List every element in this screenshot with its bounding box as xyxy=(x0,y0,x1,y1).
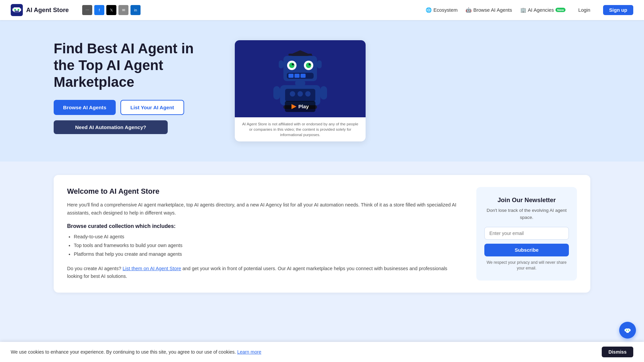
svg-rect-4 xyxy=(14,11,19,12)
feature-list: Ready-to-use AI agents Top tools and fra… xyxy=(67,233,463,259)
svg-point-2 xyxy=(14,9,16,11)
share-twitter-button[interactable]: 𝕏 xyxy=(106,5,116,15)
newsletter-description: Don't lose track of the evolving AI agen… xyxy=(484,207,569,221)
svg-point-19 xyxy=(292,63,294,65)
play-icon: ▶ xyxy=(291,103,296,110)
svg-point-18 xyxy=(306,63,311,68)
svg-rect-27 xyxy=(295,81,305,85)
newsletter-title: Join Our Newsletter xyxy=(497,196,556,204)
play-label: Play xyxy=(298,104,309,109)
svg-rect-9 xyxy=(13,6,14,7)
svg-point-32 xyxy=(290,91,295,97)
nav-login-link[interactable]: Login xyxy=(574,5,595,15)
ai-agencies-badge: New xyxy=(555,8,566,12)
newsletter-card: Join Our Newsletter Don't lose track of … xyxy=(476,187,577,281)
svg-rect-6 xyxy=(20,8,21,11)
share-group: ⋯ f 𝕏 ✉ in xyxy=(82,5,141,15)
svg-rect-30 xyxy=(320,86,327,100)
svg-rect-25 xyxy=(279,60,283,68)
agency-button[interactable]: Need AI Automation Agency? xyxy=(54,120,168,134)
robot-illustration xyxy=(273,49,327,109)
svg-rect-24 xyxy=(301,74,306,78)
svg-point-33 xyxy=(298,91,303,97)
hero-right: ▶ Play AI Agent Store is not affiliated … xyxy=(235,40,366,141)
list-on-store-link[interactable]: List them on AI Agent Store xyxy=(123,266,181,271)
nav-browse-agents-link[interactable]: 🤖 Browse AI Agents xyxy=(466,7,512,13)
brand-name: AI Agent Store xyxy=(26,6,69,14)
svg-rect-7 xyxy=(15,12,16,13)
share-linkedin-button[interactable]: in xyxy=(130,5,141,15)
video-thumbnail[interactable]: ▶ Play xyxy=(235,40,366,117)
video-card: ▶ Play AI Agent Store is not affiliated … xyxy=(235,40,366,141)
svg-rect-8 xyxy=(17,12,19,13)
nav-links: 🌐 Ecosystem 🤖 Browse AI Agents 🏢 AI Agen… xyxy=(426,5,633,15)
cta-text: Do you create AI agents? List them on AI… xyxy=(67,265,463,281)
logo-icon xyxy=(11,4,23,16)
hero-title: Find Best AI Agent in the Top AI Agent M… xyxy=(54,40,215,90)
ecosystem-icon: 🌐 xyxy=(426,7,432,13)
list-item: Platforms that help you create and manag… xyxy=(74,250,463,259)
main-content: Welcome to AI Agent Store Here you'll fi… xyxy=(0,162,644,306)
hero-left: Find Best AI Agent in the Top AI Agent M… xyxy=(54,40,215,134)
nav-ecosystem-link[interactable]: 🌐 Ecosystem xyxy=(426,7,458,13)
hero-section: Find Best AI Agent in the Top AI Agent M… xyxy=(0,20,644,162)
play-overlay[interactable]: ▶ Play xyxy=(285,101,315,112)
share-facebook-button[interactable]: f xyxy=(94,5,104,15)
list-item: Top tools and frameworks to build your o… xyxy=(74,241,463,250)
browse-subtitle: Browse curated collection which includes… xyxy=(67,223,463,229)
svg-rect-29 xyxy=(273,86,280,100)
svg-point-34 xyxy=(305,91,311,97)
privacy-text: We respect your privacy and will never s… xyxy=(484,260,569,271)
nav-ai-agencies-link[interactable]: 🏢 AI Agencies New xyxy=(520,7,566,13)
browse-agents-icon: 🤖 xyxy=(466,7,472,13)
welcome-title: Welcome to AI Agent Store xyxy=(67,187,463,196)
svg-rect-26 xyxy=(317,60,322,68)
browse-agents-button[interactable]: Browse AI Agents xyxy=(54,100,116,115)
cta-prefix: Do you create AI agents? xyxy=(67,266,121,271)
content-left: Welcome to AI Agent Store Here you'll fi… xyxy=(67,187,463,281)
email-input[interactable] xyxy=(484,227,569,240)
share-email-button[interactable]: ✉ xyxy=(118,5,128,15)
svg-rect-22 xyxy=(288,74,293,78)
list-agent-button[interactable]: List Your AI Agent xyxy=(120,100,184,115)
nav-signup-button[interactable]: Sign up xyxy=(603,5,633,15)
content-card: Welcome to AI Agent Store Here you'll fi… xyxy=(54,175,590,293)
svg-point-17 xyxy=(289,63,294,68)
list-item: Ready-to-use AI agents xyxy=(74,233,463,241)
svg-point-20 xyxy=(309,63,311,65)
hero-buttons: Browse AI Agents List Your AI Agent xyxy=(54,100,215,115)
welcome-description: Here you'll find a comprehensive AI agen… xyxy=(67,201,463,217)
svg-point-3 xyxy=(18,9,19,11)
share-more-button[interactable]: ⋯ xyxy=(82,5,92,15)
svg-rect-5 xyxy=(12,8,14,11)
ai-agencies-icon: 🏢 xyxy=(520,7,526,13)
video-disclaimer: AI Agent Store is not affiliated with or… xyxy=(235,117,366,141)
navbar: AI Agent Store ⋯ f 𝕏 ✉ in 🌐 Ecosystem 🤖 … xyxy=(0,0,644,20)
svg-rect-23 xyxy=(294,74,300,78)
logo-link[interactable]: AI Agent Store xyxy=(11,4,69,16)
subscribe-button[interactable]: Subscribe xyxy=(484,244,569,256)
